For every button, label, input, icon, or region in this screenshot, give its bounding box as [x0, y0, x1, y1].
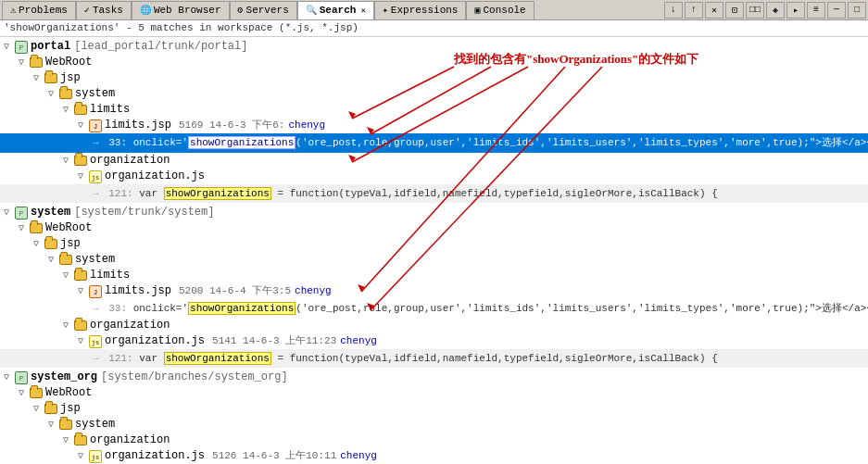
project-system-org[interactable]: ▽ P system_org [system/branches/system_o… [0, 370, 868, 385]
tab-servers-label: Servers [246, 5, 289, 16]
system-limits-label: limits [90, 268, 130, 283]
portal-organization-icon [74, 156, 87, 166]
match-highlight-1: showOrganizations [188, 136, 296, 149]
system-org-js-label: organization.js [105, 333, 205, 349]
search-icon: 🔍 [306, 5, 317, 16]
portal-org-js-match[interactable]: → 121: var showOrganizations = function(… [0, 184, 868, 203]
portal-org-js-label: organization.js [105, 169, 205, 184]
system-org-project-path: [system/branches/system_org] [101, 370, 288, 385]
system-org-js-match[interactable]: → 121: var showOrganizations = function(… [0, 349, 868, 368]
portal-system[interactable]: ▽ system [0, 86, 868, 102]
portal-limits-jsp-icon: J [89, 119, 102, 132]
portal-limits-jsp-match[interactable]: → 33: onclick='showOrganizations('ore_po… [0, 133, 868, 153]
search-status: 'showOrganizations' - 5 matches in works… [0, 20, 868, 37]
portal-jsp[interactable]: ▽ jsp [0, 70, 868, 86]
system-limits[interactable]: ▽ limits [0, 268, 868, 283]
system-jsp-label: jsp [60, 236, 81, 252]
minimize-button[interactable]: ─ [827, 2, 846, 19]
system-organization-label: organization [90, 318, 170, 333]
stop-button[interactable]: ✕ [705, 2, 723, 19]
project-portal[interactable]: ▽ P portal [lead_portal/trunk/portal] [0, 39, 868, 55]
sysorg-webroot[interactable]: ▽ WebRoot [0, 385, 868, 401]
system-organization[interactable]: ▽ organization [0, 318, 868, 333]
system-system-label: system [75, 252, 115, 268]
tab-search[interactable]: 🔍 Search ✕ [297, 1, 374, 19]
tab-problems[interactable]: ⚠ Problems [2, 1, 76, 19]
tab-webbrowser-label: Web Browser [154, 5, 221, 16]
expressions-icon: ✦ [383, 5, 388, 16]
system-webroot-icon [30, 223, 43, 233]
tab-console[interactable]: ▣ Console [466, 1, 534, 19]
system-limits-jsp-file[interactable]: ▽ J limits.jsp 5200 14-6-4 下午3:5 chenyg [0, 283, 868, 299]
project-system[interactable]: ▽ P system [system/trunk/system] [0, 205, 868, 220]
match-highlight-2: showOrganizations [164, 187, 271, 200]
portal-org-js-file[interactable]: ▽ js organization.js [0, 169, 868, 184]
portal-project-path: [lead_portal/trunk/portal] [74, 39, 247, 55]
tab-expressions-label: Expressions [391, 5, 459, 16]
sysorg-organization-icon [74, 435, 87, 445]
sysorg-organization-label: organization [90, 433, 170, 448]
sysorg-webroot-icon [30, 388, 43, 398]
nav-down-button[interactable]: ↓ [664, 2, 683, 19]
sysorg-system-folder[interactable]: ▽ system [0, 417, 868, 433]
sysorg-org-js-meta: 5126 14-6-3 上午10:11 [212, 448, 336, 464]
refresh-button[interactable]: ⊡ [725, 2, 744, 19]
toolbar-actions: ↓ ↑ ✕ ⊡ □□ ◈ ▸ ≡ ─ □ [664, 2, 866, 19]
search-results[interactable]: 找到的包含有"showOrganizations"的文件如下 ▽ P porta… [0, 37, 868, 464]
portal-webroot[interactable]: ▽ WebRoot [0, 55, 868, 70]
tab-expressions[interactable]: ✦ Expressions [374, 1, 467, 19]
system-jsp[interactable]: ▽ jsp [0, 236, 868, 252]
tab-problems-label: Problems [19, 5, 68, 16]
portal-limits-label: limits [90, 102, 130, 118]
portal-limits[interactable]: ▽ limits [0, 102, 868, 118]
sysorg-org-js-label: organization.js [105, 448, 205, 464]
console-icon: ▣ [474, 5, 480, 16]
tab-search-label: Search [320, 5, 357, 16]
match-highlight-3: showOrganizations [188, 302, 296, 315]
tab-webbrowser[interactable]: 🌐 Web Browser [132, 1, 230, 19]
nav-up-button[interactable]: ↑ [685, 2, 703, 19]
system-limits-jsp-match[interactable]: → 33: onclick='showOrganizations('ore_po… [0, 299, 868, 318]
portal-organization[interactable]: ▽ organization [0, 153, 868, 169]
system-limits-jsp-meta: 5200 14-6-4 下午3:5 [179, 283, 291, 299]
sysorg-org-js-icon: js [89, 450, 102, 463]
portal-webroot-label: WebRoot [45, 55, 92, 70]
sysorg-webroot-label: WebRoot [45, 385, 92, 401]
tab-tasks[interactable]: ✓ Tasks [76, 1, 132, 19]
system-org-js-user: chenyg [340, 333, 377, 349]
options-button[interactable]: ▸ [786, 2, 805, 19]
sysorg-system-icon [59, 420, 72, 430]
portal-project-label: portal [31, 39, 70, 55]
maximize-button[interactable]: □ [848, 2, 866, 19]
system-project-label: system [31, 205, 70, 220]
portal-project-icon: P [15, 41, 28, 54]
system-organization-icon [74, 320, 87, 331]
system-system-folder[interactable]: ▽ system [0, 252, 868, 268]
portal-jsp-icon [44, 73, 57, 83]
tab-servers[interactable]: ⚙ Servers [230, 1, 297, 19]
servers-icon: ⚙ [238, 5, 244, 16]
tab-console-label: Console [483, 5, 525, 16]
system-system-icon [59, 255, 72, 265]
sysorg-organization[interactable]: ▽ organization [0, 433, 868, 448]
sysorg-jsp-icon [44, 404, 57, 414]
system-org-js-file[interactable]: ▽ js organization.js 5141 14-6-3 上午11:23… [0, 333, 868, 349]
system-webroot[interactable]: ▽ WebRoot [0, 220, 868, 236]
system-project-icon: P [15, 207, 28, 219]
problems-icon: ⚠ [10, 5, 16, 16]
portal-limits-jsp-label: limits.jsp [105, 118, 171, 133]
sysorg-org-js-file[interactable]: ▽ js organization.js 5126 14-6-3 上午10:11… [0, 448, 868, 464]
sysorg-jsp-label: jsp [60, 401, 81, 417]
tab-tasks-label: Tasks [93, 5, 123, 16]
layout-button[interactable]: □□ [746, 2, 764, 19]
system-limits-icon [74, 270, 87, 281]
portal-system-label: system [75, 86, 115, 102]
system-jsp-icon [44, 239, 57, 249]
filter-button[interactable]: ◈ [766, 2, 785, 19]
portal-limits-jsp-meta: 5169 14-6-3 下午6: [179, 118, 284, 133]
close-search-tab-icon[interactable]: ✕ [360, 6, 365, 16]
tab-bar: ⚠ Problems ✓ Tasks 🌐 Web Browser ⚙ Serve… [0, 0, 868, 20]
sysorg-jsp[interactable]: ▽ jsp [0, 401, 868, 417]
portal-limits-jsp-file[interactable]: ▽ J limits.jsp 5169 14-6-3 下午6: chenyg [0, 118, 868, 133]
menu-button[interactable]: ≡ [807, 2, 825, 19]
